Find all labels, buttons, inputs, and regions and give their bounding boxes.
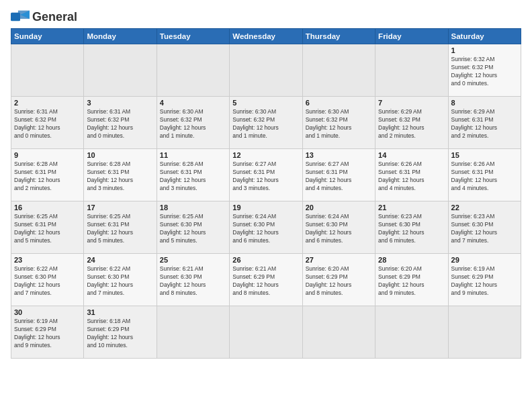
calendar-cell: 18Sunrise: 6:25 AMSunset: 6:30 PMDayligh…	[157, 201, 229, 254]
day-number: 19	[232, 203, 299, 212]
day-info: Sunrise: 6:26 AMSunset: 6:31 PMDaylight:…	[378, 161, 445, 193]
calendar-cell	[230, 306, 302, 359]
calendar-cell: 17Sunrise: 6:25 AMSunset: 6:31 PMDayligh…	[84, 201, 157, 254]
day-info: Sunrise: 6:30 AMSunset: 6:32 PMDaylight:…	[160, 108, 226, 140]
calendar-cell: 30Sunrise: 6:19 AMSunset: 6:29 PMDayligh…	[11, 306, 84, 359]
day-number: 24	[87, 256, 153, 264]
calendar-cell	[11, 44, 84, 97]
calendar-cell: 19Sunrise: 6:24 AMSunset: 6:30 PMDayligh…	[230, 201, 302, 254]
day-info: Sunrise: 6:30 AMSunset: 6:32 PMDaylight:…	[306, 108, 372, 140]
day-number: 6	[306, 99, 372, 107]
calendar-cell: 15Sunrise: 6:26 AMSunset: 6:31 PMDayligh…	[448, 149, 521, 201]
calendar-cell	[84, 44, 157, 97]
day-info: Sunrise: 6:19 AMSunset: 6:29 PMDaylight:…	[14, 318, 81, 350]
day-info: Sunrise: 6:28 AMSunset: 6:31 PMDaylight:…	[14, 161, 81, 193]
day-number: 23	[14, 256, 81, 264]
calendar-week-row: 30Sunrise: 6:19 AMSunset: 6:29 PMDayligh…	[11, 306, 521, 359]
day-info: Sunrise: 6:24 AMSunset: 6:30 PMDaylight:…	[232, 213, 299, 245]
calendar-cell	[448, 306, 521, 359]
calendar-week-row: 2Sunrise: 6:31 AMSunset: 6:32 PMDaylight…	[11, 97, 521, 149]
calendar-cell: 9Sunrise: 6:28 AMSunset: 6:31 PMDaylight…	[11, 149, 84, 201]
calendar-page: General Sunday Monday Tuesday Wednesday …	[0, 0, 532, 411]
day-info: Sunrise: 6:20 AMSunset: 6:29 PMDaylight:…	[378, 265, 445, 298]
calendar-cell	[302, 44, 375, 97]
calendar-cell: 22Sunrise: 6:23 AMSunset: 6:30 PMDayligh…	[448, 201, 521, 254]
calendar-cell	[157, 44, 229, 97]
day-info: Sunrise: 6:27 AMSunset: 6:31 PMDaylight:…	[306, 161, 372, 193]
day-info: Sunrise: 6:24 AMSunset: 6:30 PMDaylight:…	[306, 213, 372, 245]
calendar-header-row: Sunday Monday Tuesday Wednesday Thursday…	[11, 29, 521, 44]
day-info: Sunrise: 6:28 AMSunset: 6:31 PMDaylight:…	[87, 161, 153, 193]
day-info: Sunrise: 6:25 AMSunset: 6:30 PMDaylight:…	[160, 213, 226, 245]
day-info: Sunrise: 6:31 AMSunset: 6:32 PMDaylight:…	[14, 108, 81, 140]
day-number: 28	[378, 256, 445, 264]
day-number: 5	[232, 99, 299, 107]
day-number: 4	[160, 99, 226, 107]
day-number: 29	[451, 256, 518, 264]
day-info: Sunrise: 6:30 AMSunset: 6:32 PMDaylight:…	[232, 108, 299, 140]
calendar-week-row: 9Sunrise: 6:28 AMSunset: 6:31 PMDaylight…	[11, 149, 521, 201]
day-number: 17	[87, 203, 153, 212]
day-number: 1	[451, 46, 518, 54]
calendar-cell: 4Sunrise: 6:30 AMSunset: 6:32 PMDaylight…	[157, 97, 229, 149]
calendar-cell: 6Sunrise: 6:30 AMSunset: 6:32 PMDaylight…	[302, 97, 375, 149]
day-number: 20	[306, 203, 372, 212]
day-number: 26	[232, 256, 299, 264]
calendar-week-row: 23Sunrise: 6:22 AMSunset: 6:30 PMDayligh…	[11, 254, 521, 306]
day-number: 21	[378, 203, 445, 212]
day-info: Sunrise: 6:29 AMSunset: 6:32 PMDaylight:…	[378, 108, 445, 140]
day-info: Sunrise: 6:20 AMSunset: 6:29 PMDaylight:…	[306, 265, 372, 298]
col-sunday: Sunday	[11, 29, 84, 44]
calendar-cell: 1Sunrise: 6:32 AMSunset: 6:32 PMDaylight…	[448, 44, 521, 97]
day-info: Sunrise: 6:27 AMSunset: 6:31 PMDaylight:…	[232, 161, 299, 193]
day-info: Sunrise: 6:22 AMSunset: 6:30 PMDaylight:…	[87, 265, 153, 298]
day-info: Sunrise: 6:22 AMSunset: 6:30 PMDaylight:…	[14, 265, 81, 298]
calendar-cell: 27Sunrise: 6:20 AMSunset: 6:29 PMDayligh…	[302, 254, 375, 306]
day-number: 9	[14, 151, 81, 159]
day-number: 22	[451, 203, 518, 212]
logo-text: General	[32, 11, 77, 24]
calendar-cell: 8Sunrise: 6:29 AMSunset: 6:31 PMDaylight…	[448, 97, 521, 149]
day-info: Sunrise: 6:23 AMSunset: 6:30 PMDaylight:…	[378, 213, 445, 245]
day-number: 8	[451, 99, 518, 107]
day-number: 11	[160, 151, 226, 159]
col-thursday: Thursday	[302, 29, 375, 44]
day-number: 13	[306, 151, 372, 159]
day-info: Sunrise: 6:26 AMSunset: 6:31 PMDaylight:…	[451, 161, 518, 193]
day-number: 3	[87, 99, 153, 107]
calendar-week-row: 16Sunrise: 6:25 AMSunset: 6:31 PMDayligh…	[11, 201, 521, 254]
calendar-cell: 29Sunrise: 6:19 AMSunset: 6:29 PMDayligh…	[448, 254, 521, 306]
day-number: 15	[451, 151, 518, 159]
col-tuesday: Tuesday	[157, 29, 229, 44]
day-info: Sunrise: 6:29 AMSunset: 6:31 PMDaylight:…	[451, 108, 518, 140]
col-wednesday: Wednesday	[230, 29, 302, 44]
logo: General	[11, 9, 77, 24]
calendar-cell: 10Sunrise: 6:28 AMSunset: 6:31 PMDayligh…	[84, 149, 157, 201]
calendar-cell: 26Sunrise: 6:21 AMSunset: 6:29 PMDayligh…	[230, 254, 302, 306]
calendar-week-row: 1Sunrise: 6:32 AMSunset: 6:32 PMDaylight…	[11, 44, 521, 97]
day-info: Sunrise: 6:18 AMSunset: 6:29 PMDaylight:…	[87, 318, 153, 350]
calendar-cell: 7Sunrise: 6:29 AMSunset: 6:32 PMDaylight…	[375, 97, 448, 149]
col-monday: Monday	[84, 29, 157, 44]
calendar-cell	[375, 44, 448, 97]
calendar-cell: 2Sunrise: 6:31 AMSunset: 6:32 PMDaylight…	[11, 97, 84, 149]
day-info: Sunrise: 6:25 AMSunset: 6:31 PMDaylight:…	[14, 213, 81, 245]
calendar-table: Sunday Monday Tuesday Wednesday Thursday…	[11, 28, 521, 359]
day-info: Sunrise: 6:21 AMSunset: 6:30 PMDaylight:…	[160, 265, 226, 298]
col-friday: Friday	[375, 29, 448, 44]
day-number: 14	[378, 151, 445, 159]
calendar-cell	[157, 306, 229, 359]
calendar-cell	[230, 44, 302, 97]
calendar-cell: 5Sunrise: 6:30 AMSunset: 6:32 PMDaylight…	[230, 97, 302, 149]
day-info: Sunrise: 6:23 AMSunset: 6:30 PMDaylight:…	[451, 213, 518, 245]
day-info: Sunrise: 6:19 AMSunset: 6:29 PMDaylight:…	[451, 265, 518, 298]
day-info: Sunrise: 6:25 AMSunset: 6:31 PMDaylight:…	[87, 213, 153, 245]
page-header: General	[11, 9, 521, 24]
day-number: 30	[14, 308, 81, 316]
calendar-cell: 13Sunrise: 6:27 AMSunset: 6:31 PMDayligh…	[302, 149, 375, 201]
calendar-cell: 11Sunrise: 6:28 AMSunset: 6:31 PMDayligh…	[157, 149, 229, 201]
calendar-cell: 21Sunrise: 6:23 AMSunset: 6:30 PMDayligh…	[375, 201, 448, 254]
logo-icon	[11, 9, 30, 24]
calendar-cell: 3Sunrise: 6:31 AMSunset: 6:32 PMDaylight…	[84, 97, 157, 149]
calendar-cell: 12Sunrise: 6:27 AMSunset: 6:31 PMDayligh…	[230, 149, 302, 201]
